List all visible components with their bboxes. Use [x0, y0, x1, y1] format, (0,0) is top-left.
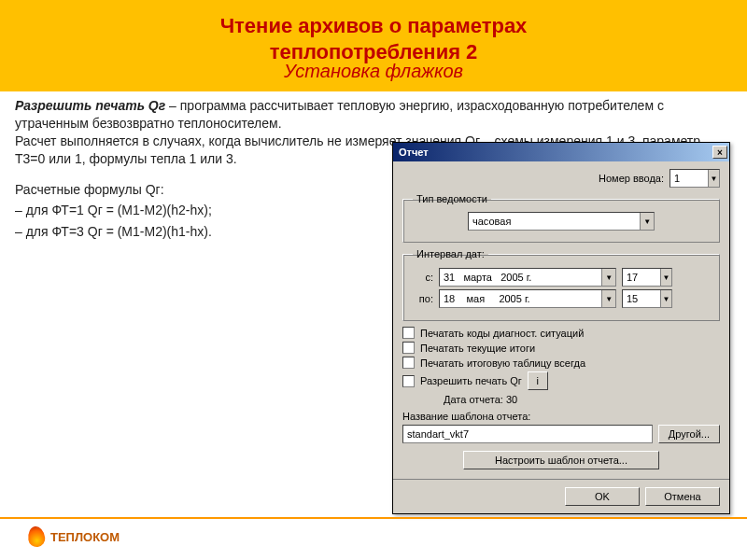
type-combo[interactable]: ▼	[468, 212, 655, 231]
ok-button[interactable]: OK	[565, 487, 640, 506]
flame-icon	[27, 525, 47, 548]
check-summary-table[interactable]: Печатать итоговую таблицу всегда	[402, 357, 720, 369]
type-field[interactable]	[469, 213, 640, 230]
chevron-down-icon[interactable]: ▼	[601, 269, 615, 286]
input-number-field[interactable]	[670, 170, 708, 187]
other-template-button[interactable]: Другой...	[658, 425, 720, 443]
report-dialog: Отчет × Номер ввода: ▼ Тип ведомости ▼ И…	[392, 142, 730, 514]
check-allow-qg[interactable]: Разрешить печать Qг i	[402, 371, 720, 390]
template-label: Название шаблона отчета:	[402, 411, 720, 422]
type-group-label: Тип ведомости	[413, 193, 491, 204]
to-hour-field[interactable]	[623, 290, 660, 307]
intro-lead: Разрешить печать Qг	[15, 98, 165, 113]
from-hour-combo[interactable]: ▼	[622, 268, 672, 287]
report-date-label: Дата отчета: 30	[444, 394, 720, 405]
chevron-down-icon[interactable]: ▼	[660, 269, 671, 286]
checkbox-icon[interactable]	[402, 342, 415, 354]
checkbox-icon[interactable]	[402, 327, 415, 339]
brand-name: ТЕПЛОКОМ	[50, 530, 120, 544]
chevron-down-icon[interactable]: ▼	[660, 290, 671, 307]
interval-group: Интервал дат: с: ▼ ▼ по: ▼	[402, 248, 720, 321]
chevron-down-icon[interactable]: ▼	[708, 170, 719, 187]
checkbox-icon[interactable]	[402, 357, 415, 369]
type-group: Тип ведомости ▼	[402, 193, 720, 243]
configure-template-button[interactable]: Настроить шаблон отчета...	[463, 451, 659, 469]
dialog-button-bar: OK Отмена	[393, 479, 729, 513]
input-number-label: Номер ввода:	[599, 173, 664, 184]
template-field[interactable]: standart_vkt7	[402, 425, 653, 443]
to-date-combo[interactable]: ▼	[439, 289, 616, 308]
dialog-title: Отчет	[399, 147, 711, 158]
footer-divider	[0, 517, 747, 519]
from-date-combo[interactable]: ▼	[439, 268, 616, 287]
from-label: с:	[413, 272, 433, 283]
to-date-field[interactable]	[440, 290, 601, 307]
check-diag-codes[interactable]: Печатать коды диагност. ситуаций	[402, 327, 720, 339]
header-banner: Чтение архивов о параметрах теплопотребл…	[0, 0, 747, 91]
to-label: по:	[413, 293, 433, 304]
page-subtitle: Установка флажков	[19, 61, 728, 82]
info-button[interactable]: i	[528, 371, 548, 390]
chevron-down-icon[interactable]: ▼	[640, 213, 654, 230]
checkbox-icon[interactable]	[402, 375, 415, 387]
titlebar[interactable]: Отчет ×	[393, 143, 729, 161]
interval-group-label: Интервал дат:	[413, 248, 488, 259]
close-icon[interactable]: ×	[712, 146, 727, 159]
brand-logo: ТЕПЛОКОМ	[28, 526, 120, 547]
cancel-button[interactable]: Отмена	[645, 487, 720, 506]
chevron-down-icon[interactable]: ▼	[601, 290, 615, 307]
check-current-totals[interactable]: Печатать текущие итоги	[402, 342, 720, 354]
page-title: Чтение архивов о параметрах теплопотребл…	[19, 13, 728, 64]
from-hour-field[interactable]	[623, 269, 660, 286]
from-date-field[interactable]	[440, 269, 601, 286]
to-hour-combo[interactable]: ▼	[622, 289, 672, 308]
input-number-combo[interactable]: ▼	[669, 169, 720, 188]
